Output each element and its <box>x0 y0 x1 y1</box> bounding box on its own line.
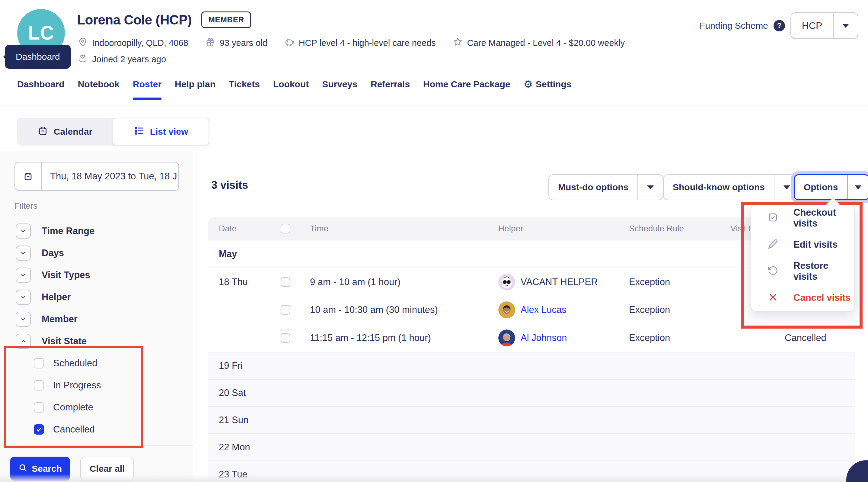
helper-link[interactable]: Alex Lucas <box>521 304 566 315</box>
menu-item-edit-visits[interactable]: Edit visits <box>751 231 855 258</box>
dashboard-tooltip: Dashboard <box>5 45 71 69</box>
tooltip-label: Dashboard <box>16 52 60 62</box>
tab-referrals[interactable]: Referrals <box>371 79 410 89</box>
chevron-down-icon[interactable] <box>16 245 31 261</box>
checkbox-cancelled[interactable] <box>34 424 44 434</box>
search-button-label: Search <box>32 463 62 474</box>
care-level-text: HCP level 4 - high-level care needs <box>299 38 436 48</box>
table-row[interactable]: 11:15 am - 12:15 pm (1 hour) Al Johnson … <box>208 324 855 352</box>
select-all-checkbox[interactable] <box>281 224 290 234</box>
filter-label: Visit Types <box>42 270 90 280</box>
calendar-icon[interactable] <box>15 162 42 190</box>
row-time: 10 am - 10:30 am (30 minutes) <box>310 304 498 315</box>
date-range-value: Thu, 18 May 2023 to Tue, 18 J <box>42 162 178 190</box>
checkbox-label: In Progress <box>53 380 101 391</box>
must-do-options-label: Must-do options <box>549 175 638 200</box>
checkbox-label: Scheduled <box>53 358 97 369</box>
chevron-down-icon[interactable] <box>16 290 31 305</box>
visits-count: 3 visits <box>211 179 248 191</box>
column-date: Date <box>208 224 281 234</box>
filter-list: Time Range Days Visit Types Helper Membe… <box>0 220 192 440</box>
age-text: 93 years old <box>220 38 268 48</box>
row-checkbox[interactable] <box>281 277 290 287</box>
helper-link[interactable]: Al Johnson <box>521 332 567 343</box>
pencil-icon <box>768 239 778 251</box>
helper-avatar <box>498 301 515 318</box>
filter-label: Member <box>42 314 78 325</box>
member-meta-row-1: Indooroopilly, QLD, 4068 93 years old HC… <box>78 36 625 50</box>
star-icon <box>453 37 463 49</box>
tab-roster[interactable]: Roster <box>133 79 161 89</box>
calendar-view-button[interactable]: Calendar <box>17 118 113 146</box>
helper-cell: Al Johnson <box>498 330 629 347</box>
tab-home-care-package[interactable]: Home Care Package <box>423 79 510 89</box>
funding-scheme-label: Funding Scheme <box>700 21 768 31</box>
options-label: Options <box>795 175 847 199</box>
funding-scheme-select[interactable]: HCP <box>790 12 859 39</box>
tab-lookout[interactable]: Lookout <box>273 79 309 89</box>
row-schedule-rule: Exception <box>629 277 731 288</box>
help-icon[interactable]: ? <box>774 20 785 31</box>
row-checkbox[interactable] <box>281 305 290 315</box>
checkbox-scheduled[interactable] <box>34 358 44 368</box>
chevron-down-icon[interactable] <box>847 175 868 199</box>
calendar-icon <box>37 125 48 138</box>
chevron-down-icon[interactable] <box>834 13 858 38</box>
row-checkbox[interactable] <box>281 333 290 343</box>
list-view-button[interactable]: List view <box>113 118 209 146</box>
filters-heading: Filters <box>14 201 37 211</box>
day-row: 22 Mon <box>208 433 855 460</box>
menu-item-cancel-visits[interactable]: Cancel visits <box>751 284 855 311</box>
chevron-up-icon[interactable] <box>16 334 31 349</box>
chevron-down-icon[interactable] <box>16 223 31 239</box>
options-dropdown-menu: Checkout visits Edit visits Restore visi… <box>751 204 855 312</box>
main-nav: Dashboard Notebook Roster Help plan Tick… <box>17 79 571 89</box>
clear-all-label: Clear all <box>90 463 125 474</box>
gift-icon <box>205 37 216 49</box>
page-title: Lorena Cole (HCP) <box>77 12 192 28</box>
checkbox-complete[interactable] <box>34 402 44 413</box>
chevron-down-icon[interactable] <box>16 268 31 283</box>
filter-visit-state: Visit State <box>0 330 192 352</box>
checkbox-in-progress[interactable] <box>34 380 44 391</box>
location-pin-icon <box>78 37 88 49</box>
age-item: 93 years old <box>205 37 268 49</box>
column-schedule-rule: Schedule Rule <box>629 224 731 234</box>
menu-item-checkout-visits[interactable]: Checkout visits <box>751 205 855 231</box>
member-heading: Lorena Cole (HCP) MEMBER <box>77 11 251 28</box>
tab-help-plan[interactable]: Help plan <box>175 79 216 89</box>
options-button[interactable]: Options <box>794 174 868 200</box>
funding-scheme: Funding Scheme ? HCP <box>700 12 858 39</box>
member-badge: MEMBER <box>201 11 251 28</box>
tab-notebook[interactable]: Notebook <box>78 79 120 89</box>
day-row: 19 Fri <box>208 352 855 379</box>
date-range-input[interactable]: Thu, 18 May 2023 to Tue, 18 J <box>14 162 179 191</box>
care-managed-item: Care Managed - Level 4 - $20.00 weekly <box>453 37 625 49</box>
row-visit-info: Cancelled <box>731 332 855 343</box>
checkbox-label: Complete <box>53 402 93 413</box>
filter-helper: Helper <box>0 286 192 308</box>
tab-tickets[interactable]: Tickets <box>229 79 260 89</box>
must-do-options-button[interactable]: Must-do options <box>548 174 663 200</box>
should-know-options-button[interactable]: Should-know options <box>663 174 800 200</box>
visit-state-option-cancelled: Cancelled <box>0 418 192 440</box>
menu-item-restore-visits[interactable]: Restore visits <box>751 258 855 284</box>
tab-dashboard[interactable]: Dashboard <box>17 79 65 89</box>
care-level-item: HCP level 4 - high-level care needs <box>284 37 436 49</box>
filter-days: Days <box>0 242 192 264</box>
chevron-down-icon[interactable] <box>16 312 31 327</box>
row-time: 9 am - 10 am (1 hour) <box>310 277 498 288</box>
location-item: Indooroopilly, QLD, 4068 <box>78 37 188 49</box>
tab-settings[interactable]: ⚙ Settings <box>524 79 571 89</box>
row-time: 11:15 am - 12:15 pm (1 hour) <box>310 332 498 343</box>
joined-text: Joined 2 years ago <box>92 54 166 64</box>
month-label: May <box>219 248 237 260</box>
calendar-view-label: Calendar <box>54 126 92 137</box>
hands-heart-icon <box>78 53 88 65</box>
view-toggle: Calendar List view <box>17 118 209 146</box>
list-view-label: List view <box>150 126 188 137</box>
chevron-down-icon[interactable] <box>638 175 663 200</box>
tab-surveys[interactable]: Surveys <box>322 79 357 89</box>
checkbox-label: Cancelled <box>53 424 95 435</box>
location-text: Indooroopilly, QLD, 4068 <box>92 38 188 48</box>
